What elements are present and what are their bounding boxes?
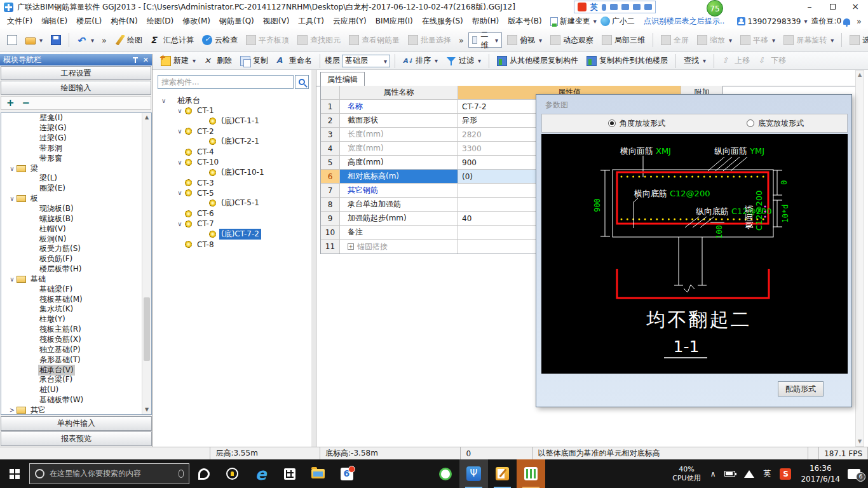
module-tree-item[interactable]: 集水坑(K) bbox=[1, 304, 151, 315]
module-tree-item[interactable]: 承台梁(F) bbox=[1, 375, 151, 385]
find-element-button[interactable]: 查找图元 bbox=[294, 34, 344, 47]
module-tree-item[interactable]: 圈梁(E) bbox=[1, 184, 151, 194]
score-ball-badge[interactable]: 75 bbox=[707, 0, 723, 17]
module-tree-item[interactable]: 柱墩(Y) bbox=[1, 315, 151, 325]
rename-button[interactable]: 重命名 bbox=[273, 54, 315, 67]
module-tree-item[interactable]: 连梁(G) bbox=[1, 123, 151, 133]
taskbar-search[interactable]: 在这里输入你要搜索的内容 bbox=[29, 463, 189, 484]
tree-arrow-icon[interactable] bbox=[175, 107, 185, 114]
move-down-button[interactable]: 下移 bbox=[755, 54, 789, 67]
draw-button[interactable]: 绘图 bbox=[111, 34, 146, 47]
wifi-icon[interactable] bbox=[744, 470, 754, 478]
menu-item[interactable]: BIM应用(I) bbox=[371, 16, 417, 27]
minimize-button[interactable]: – bbox=[798, 0, 821, 14]
floor-combo[interactable]: 基础层 bbox=[342, 55, 390, 67]
radio-width-slope[interactable]: 底宽放坡形式 bbox=[747, 118, 804, 129]
component-tree-item[interactable]: CT-8 bbox=[154, 240, 310, 250]
delete-button[interactable]: 删除 bbox=[201, 54, 235, 67]
module-tree-item[interactable]: 带形窗 bbox=[1, 153, 151, 163]
taskbar-app-browser360[interactable] bbox=[332, 459, 361, 488]
module-tree-item[interactable]: 柱帽(V) bbox=[1, 224, 151, 234]
toolbar-overflow-chevron[interactable]: » bbox=[102, 36, 107, 45]
module-tree-item[interactable]: 基础梁(F) bbox=[1, 284, 151, 294]
taskbar-app-explorer[interactable] bbox=[304, 459, 332, 488]
taskbar-app-store[interactable] bbox=[275, 459, 304, 488]
tip-link[interactable]: 点识别楼层表之后提示.. bbox=[644, 16, 725, 27]
menu-overflow-chevron[interactable]: » bbox=[853, 17, 865, 26]
menu-item[interactable]: 文件(F) bbox=[3, 16, 37, 27]
drawing-input-button[interactable]: 绘图输入 bbox=[1, 81, 151, 95]
module-tree-item[interactable]: 条形基础(T) bbox=[1, 355, 151, 365]
bell-icon[interactable] bbox=[843, 18, 850, 25]
tree-arrow-icon[interactable] bbox=[161, 97, 175, 104]
sort-button[interactable]: 排序 bbox=[400, 54, 441, 67]
menu-item[interactable]: 云应用(Y) bbox=[329, 16, 371, 27]
align-slab-top-button[interactable]: 平齐板顶 bbox=[243, 34, 292, 47]
module-tree-item[interactable]: 桩承台(V) bbox=[1, 365, 151, 375]
taskbar-app-notebook[interactable] bbox=[488, 459, 517, 488]
move-up-button[interactable]: 上移 bbox=[719, 54, 753, 67]
module-tree-item[interactable]: 板负筋(F) bbox=[1, 254, 151, 264]
wrench-icon[interactable] bbox=[644, 4, 652, 10]
property-value[interactable]: 异形 bbox=[462, 115, 477, 126]
taskbar-app-ggj[interactable] bbox=[459, 459, 488, 488]
sogou-logo-icon[interactable] bbox=[578, 3, 587, 11]
scroll-up-icon[interactable]: ▲ bbox=[856, 71, 864, 79]
module-tree-item[interactable]: 板受力筋(S) bbox=[1, 244, 151, 254]
sidebar-close-icon[interactable]: ✕ bbox=[143, 56, 149, 64]
module-tree-item[interactable]: 现浇板(B) bbox=[1, 204, 151, 214]
module-tree-item[interactable]: 筏板主筋(R) bbox=[1, 325, 151, 335]
toolbox-icon[interactable] bbox=[621, 4, 629, 10]
cloud-check-button[interactable]: 云检查 bbox=[199, 34, 241, 47]
search-input[interactable] bbox=[158, 75, 294, 89]
undo-button[interactable] bbox=[74, 34, 97, 46]
component-tree-item[interactable]: CT-6 bbox=[154, 208, 310, 219]
module-tree-item[interactable]: 梁 bbox=[1, 163, 151, 173]
copy-to-floor-button[interactable]: 复制构件到其他楼层 bbox=[583, 54, 671, 67]
save-button[interactable] bbox=[48, 34, 64, 46]
taskbar-app-glodon-active[interactable] bbox=[517, 459, 545, 488]
tree-arrow-icon[interactable] bbox=[175, 189, 185, 196]
taskbar-clock[interactable]: 16:362017/6/14 bbox=[801, 463, 840, 484]
component-tree-item[interactable]: CT-1 bbox=[154, 105, 310, 116]
orbit-button[interactable]: 动态观察 bbox=[547, 34, 597, 47]
module-tree-item[interactable]: 基础 bbox=[1, 274, 151, 285]
pin-icon[interactable] bbox=[132, 57, 139, 64]
module-tree-item[interactable]: 其它 bbox=[1, 405, 151, 415]
skin-icon[interactable] bbox=[633, 4, 641, 10]
panel-splitter[interactable] bbox=[311, 70, 316, 447]
close-button[interactable]: × bbox=[844, 0, 867, 14]
component-tree-item[interactable]: (底)CT-5-1 bbox=[154, 198, 310, 208]
menu-item[interactable]: 在线服务(S) bbox=[417, 16, 468, 27]
tree-arrow-icon[interactable] bbox=[8, 165, 17, 172]
radio-angle-slope[interactable]: 角度放坡形式 bbox=[608, 118, 665, 129]
menu-item[interactable]: 视图(V) bbox=[259, 16, 294, 27]
project-settings-button[interactable]: 工程设置 bbox=[1, 66, 151, 80]
taskbar-app-sogou-petals[interactable] bbox=[189, 459, 218, 488]
new-change-button[interactable]: 新建变更 bbox=[550, 16, 597, 27]
main-scrollbar[interactable]: ▲ ▼ bbox=[855, 70, 864, 447]
tree-arrow-icon[interactable] bbox=[175, 220, 185, 227]
tab-property-edit[interactable]: 属性编辑 bbox=[320, 72, 365, 86]
summary-calc-button[interactable]: 汇总计算 bbox=[147, 34, 197, 47]
tree-arrow-icon[interactable] bbox=[175, 159, 185, 166]
rebar-form-button[interactable]: 配筋形式 bbox=[778, 381, 824, 396]
account-button[interactable]: 13907298339 bbox=[737, 17, 807, 26]
module-tree-item[interactable]: 梁(L) bbox=[1, 173, 151, 184]
bean-counter[interactable]: 造价豆:0 bbox=[811, 16, 841, 27]
component-tree-item[interactable]: (底)CT-2-1 bbox=[154, 137, 310, 147]
module-tree-item[interactable]: 楼层板带(H) bbox=[1, 264, 151, 274]
top-view-button[interactable]: 俯视 bbox=[504, 34, 545, 47]
view-mode-combo[interactable]: 二维 bbox=[468, 32, 502, 48]
battery-icon[interactable] bbox=[724, 471, 735, 477]
property-value[interactable]: 3300 bbox=[462, 144, 482, 153]
menu-item[interactable]: 修改(M) bbox=[178, 16, 215, 27]
mic-icon[interactable] bbox=[602, 4, 606, 11]
sogou-input-bar[interactable]: 英 bbox=[574, 1, 656, 13]
partial-3d-button[interactable]: 局部三维 bbox=[599, 34, 648, 47]
start-button[interactable] bbox=[0, 459, 29, 488]
module-tree-item[interactable]: 带形洞 bbox=[1, 144, 151, 154]
component-tree-item[interactable]: CT-10 bbox=[154, 157, 310, 167]
module-tree-item[interactable]: 过梁(G) bbox=[1, 133, 151, 144]
rotate-screen-button[interactable]: 屏幕旋转 bbox=[780, 34, 837, 47]
